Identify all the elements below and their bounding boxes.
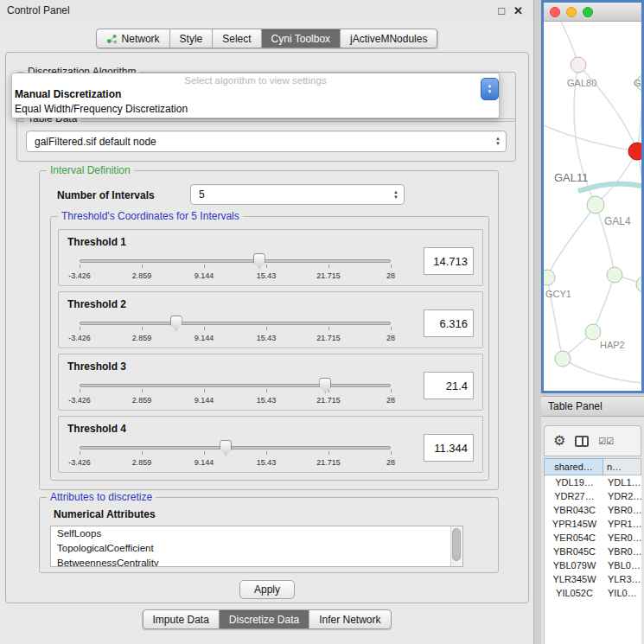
network-node[interactable] <box>585 324 601 340</box>
network-edge <box>563 359 641 383</box>
table-row[interactable]: YLR345WYLR3… <box>545 572 641 586</box>
columns-icon[interactable] <box>575 436 589 447</box>
table-row[interactable]: YIL052CYIL0… <box>545 586 641 600</box>
slider-tick <box>328 265 329 268</box>
slider-tick-label: 28 <box>386 396 395 405</box>
slider-tick <box>204 451 205 455</box>
table-panel: ⚙ ☑☑ shared…n… YDL19…YDL1…YDR27…YDR2…YBR… <box>541 417 644 644</box>
network-edge <box>596 151 637 205</box>
attributes-group-title: Attributes to discretize <box>47 491 156 503</box>
zoom-traffic-light-icon[interactable] <box>583 7 593 17</box>
float-window-icon[interactable]: □ <box>498 5 505 16</box>
network-view-window: GAL80GAGAL11GAL4GCY1HAP2 <box>541 0 644 393</box>
slider-thumb[interactable] <box>319 378 331 393</box>
slider-tick-label: 28 <box>386 271 395 280</box>
tab-cyni-toolbox[interactable]: Cyni Toolbox <box>261 29 340 48</box>
slider-tick-label: 9.144 <box>194 271 214 280</box>
combo-stepper-icon[interactable]: ▲▼ <box>490 137 506 146</box>
tab-label: Cyni Toolbox <box>271 33 330 45</box>
threshold-slider[interactable] <box>80 378 391 394</box>
threshold-slider[interactable] <box>80 440 391 456</box>
tab-jactivemnodules[interactable]: jActiveMNodules <box>340 29 437 48</box>
screen: Control Panel □ ✕ NetworkStyleSelectCyni… <box>0 0 644 644</box>
slider-thumb[interactable] <box>170 316 182 331</box>
slider-tick <box>328 327 329 330</box>
slider-tick-label: 15.43 <box>257 334 277 342</box>
tab-network[interactable]: Network <box>97 29 169 48</box>
network-node[interactable] <box>607 267 622 283</box>
tab-label: Network <box>122 33 160 45</box>
tab-impute-data[interactable]: Impute Data <box>143 610 218 628</box>
settings-gear-icon[interactable]: ⚙ <box>553 434 565 448</box>
attribute-list-item[interactable]: SelfLoops <box>51 526 462 541</box>
threshold-box: Threshold 1-3.4262.8599.14415.4321.71528… <box>58 229 483 286</box>
network-node[interactable] <box>636 277 641 292</box>
slider-tick <box>204 389 205 392</box>
table-row[interactable]: YBL079WYBL0… <box>545 558 641 572</box>
threshold-slider[interactable] <box>80 316 391 332</box>
slider-tick-label: 2.859 <box>132 396 152 405</box>
threshold-value-field[interactable]: 11.344 <box>424 434 474 462</box>
tab-style[interactable]: Style <box>169 29 213 48</box>
slider-tick-label: 2.859 <box>132 334 152 342</box>
tab-label: jActiveMNodules <box>350 33 427 45</box>
table-row[interactable]: YDL19…YDL1… <box>545 475 641 489</box>
column-header[interactable]: n… <box>603 458 641 475</box>
network-node[interactable] <box>571 57 586 73</box>
column-header[interactable]: shared… <box>544 458 603 475</box>
tab-select[interactable]: Select <box>212 29 260 48</box>
network-node[interactable] <box>628 143 641 160</box>
slider-tick-label: -3.426 <box>68 271 91 280</box>
table-row[interactable]: YBR045CYBR0… <box>545 545 641 558</box>
bottom-tab-bar: Impute DataDiscretize DataInfer Network <box>142 609 391 629</box>
network-node[interactable] <box>544 270 555 285</box>
tab-discretize-data[interactable]: Discretize Data <box>219 610 309 628</box>
table-panel-header[interactable]: Table Panel <box>541 396 644 417</box>
threshold-value-field[interactable]: 6.316 <box>424 309 474 337</box>
threshold-value-field[interactable]: 21.4 <box>424 372 474 399</box>
minimize-traffic-light-icon[interactable] <box>566 7 577 17</box>
cell-name: YBR0… <box>604 546 641 557</box>
numerical-attributes-list[interactable]: SelfLoopsTopologicalCoefficientBetweenne… <box>50 526 463 567</box>
slider-tick-label: 15.43 <box>257 396 277 405</box>
table-row[interactable]: YPR145WYPR1… <box>545 517 641 531</box>
close-window-icon[interactable]: ✕ <box>513 5 523 16</box>
table-row[interactable]: YDR27…YDR2… <box>545 489 641 503</box>
number-of-intervals-combobox[interactable]: 5 ▲▼ <box>190 184 405 205</box>
algorithm-option[interactable]: Manual Discretization <box>12 87 499 102</box>
attribute-list-item[interactable]: TopologicalCoefficient <box>51 541 462 556</box>
network-node[interactable] <box>587 196 604 214</box>
table-data-combobox[interactable]: galFiltered.sif default node ▲▼ <box>26 131 507 152</box>
algorithm-option[interactable]: Equal Width/Frequency Discretization <box>12 102 499 117</box>
combo-stepper-icon[interactable]: ▲▼ <box>388 190 404 200</box>
threshold-slider[interactable] <box>80 253 391 270</box>
slider-tick <box>266 327 267 330</box>
cell-name: YPR1… <box>604 519 641 529</box>
cell-name: YIL0… <box>604 588 641 598</box>
slider-tick-label: -3.426 <box>68 396 91 405</box>
network-canvas[interactable]: GAL80GAGAL11GAL4GCY1HAP2 <box>544 22 641 391</box>
node-label: GCY1 <box>545 289 571 299</box>
slider-tick <box>142 451 143 455</box>
attributes-scrollbar[interactable] <box>450 526 462 566</box>
thresholds-group-title: Threshold's Coordinates for 5 Intervals <box>58 210 243 222</box>
network-node[interactable] <box>555 351 571 367</box>
threshold-value-field[interactable]: 14.713 <box>424 247 474 275</box>
close-traffic-light-icon[interactable] <box>550 7 560 17</box>
table-row[interactable]: YER054CYER0… <box>545 531 641 545</box>
slider-thumb[interactable] <box>253 253 265 269</box>
slider-thumb[interactable] <box>220 440 232 456</box>
select-columns-checkboxes-icon[interactable]: ☑☑ <box>598 437 614 446</box>
apply-button[interactable]: Apply <box>239 580 295 599</box>
cell-shared-name: YDR27… <box>545 491 604 501</box>
slider-tick-label: 9.144 <box>194 458 214 467</box>
table-row[interactable]: YBR043CYBR0… <box>545 503 641 517</box>
algorithm-combo-stepper-icon[interactable]: ▲▼ <box>481 78 499 100</box>
attribute-list-item[interactable]: BetweennessCentrality <box>51 556 462 567</box>
network-edge <box>637 151 641 284</box>
threshold-box: Threshold 4-3.4262.8599.14415.4321.71528… <box>58 416 483 473</box>
scrollbar-thumb[interactable] <box>452 528 461 561</box>
table-body: YDL19…YDL1…YDR27…YDR2…YBR043CYBR0…YPR145… <box>544 475 641 644</box>
tab-infer-network[interactable]: Infer Network <box>309 610 390 628</box>
threshold-label: Threshold 2 <box>67 298 126 310</box>
